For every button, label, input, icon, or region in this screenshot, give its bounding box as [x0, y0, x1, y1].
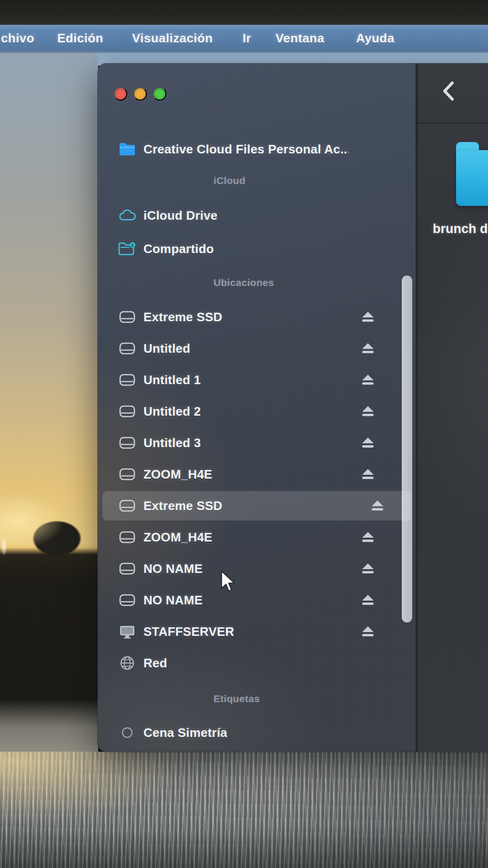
finder-window: Creative Cloud Files Personal Ac...iClou… [98, 63, 488, 752]
sidebar-item-label: Extreme SSD [143, 499, 223, 513]
sidebar-item[interactable]: Untitled 2 [98, 397, 412, 426]
sidebar-item[interactable]: Red [98, 648, 412, 678]
eject-button[interactable] [367, 496, 388, 515]
close-button[interactable] [114, 87, 127, 101]
zoom-button[interactable] [153, 87, 166, 101]
eject-button[interactable] [357, 465, 378, 484]
menu-item-edicion[interactable]: Edición [57, 25, 103, 51]
sidebar-item[interactable]: Untitled [98, 334, 412, 363]
eject-button[interactable] [357, 433, 378, 452]
sidebar-item[interactable]: ZOOM_H4E [98, 460, 412, 489]
sidebar-item[interactable]: Cena Simetría [98, 718, 412, 747]
sidebar-item-label: Creative Cloud Files Personal Ac... [143, 142, 348, 157]
photo-top-strip [0, 0, 488, 25]
sidebar-item-label: Untitled 1 [143, 373, 201, 388]
sidebar-item-label: Untitled 2 [143, 404, 201, 419]
sidebar-item[interactable]: Compartido [98, 234, 412, 264]
folder-item-label: brunch d [433, 222, 488, 236]
display-icon [116, 622, 139, 641]
eject-button[interactable] [357, 528, 378, 547]
sidebar-item-label: ZOOM_H4E [143, 467, 213, 482]
external-drive-icon [116, 402, 139, 421]
blue-folder-icon [116, 140, 139, 159]
sidebar-item[interactable]: Creative Cloud Files Personal Ac... [98, 134, 412, 164]
wallpaper-water [0, 752, 488, 868]
sidebar-item-label: iCloud Drive [143, 208, 218, 223]
globe-icon [116, 654, 139, 673]
shared-folder-icon [116, 239, 139, 258]
menu-item-ventana[interactable]: Ventana [275, 25, 325, 51]
sidebar-item-label: Extreme SSD [143, 310, 223, 325]
sidebar-item-label: Untitled 3 [143, 436, 201, 450]
sidebar-item[interactable]: Extreme SSD [98, 302, 412, 332]
sidebar-item[interactable]: iCloud Drive [98, 201, 412, 230]
sidebar-item[interactable]: Untitled 3 [98, 428, 412, 458]
sidebar-item-label: ZOOM_H4E [143, 530, 213, 545]
sidebar-item-label: Red [143, 656, 167, 671]
menu-item-ir[interactable]: Ir [243, 25, 251, 51]
external-drive-icon [116, 370, 139, 389]
external-drive-icon [116, 559, 139, 578]
eject-button[interactable] [357, 591, 378, 610]
mouse-cursor [220, 570, 236, 596]
screen-photo: chivo Edición Visualización Ir Ventana A… [0, 0, 488, 868]
sidebar-item-label: STAFFSERVER [143, 624, 234, 639]
chevron-left-icon [439, 79, 459, 103]
sidebar-section-header: iCloud [214, 175, 245, 186]
folder-item-brunch[interactable] [456, 142, 488, 206]
sidebar-item-label: Cena Simetría [143, 725, 227, 740]
external-drive-icon [116, 307, 139, 327]
eject-button[interactable] [357, 402, 378, 421]
external-drive-icon [116, 433, 139, 452]
external-drive-icon [116, 591, 139, 610]
finder-sidebar: Creative Cloud Files Personal Ac...iClou… [98, 63, 416, 752]
minimize-button[interactable] [133, 87, 147, 101]
sidebar-section-header: Etiquetas [214, 693, 260, 705]
folder-icon [456, 150, 488, 206]
external-drive-icon [116, 496, 139, 515]
eject-button[interactable] [357, 559, 378, 578]
external-drive-icon [116, 465, 139, 484]
sidebar-item[interactable]: NO NAME [98, 554, 412, 583]
toolbar-separator [418, 123, 488, 123]
sidebar-item[interactable]: STAFFSERVER [98, 617, 412, 646]
sidebar-item[interactable]: Untitled 1 [98, 365, 412, 395]
eject-button[interactable] [357, 307, 378, 327]
sidebar-item-label: Compartido [143, 242, 214, 256]
sidebar-item[interactable]: NO NAME [98, 585, 412, 615]
sidebar-item-label: NO NAME [143, 593, 203, 608]
eject-button[interactable] [357, 370, 378, 389]
arrow-cursor-icon [220, 570, 236, 594]
tag-circle-icon [116, 723, 139, 742]
sidebar-item-label: Untitled [143, 341, 190, 356]
menu-item-visualizacion[interactable]: Visualización [132, 25, 213, 51]
menu-item-ayuda[interactable]: Ayuda [356, 25, 395, 51]
external-drive-icon [116, 528, 139, 547]
wallpaper-sunset [0, 51, 98, 752]
menu-bar: chivo Edición Visualización Ir Ventana A… [0, 25, 488, 51]
sidebar-item[interactable]: ZOOM_H4E [98, 522, 412, 552]
external-drive-icon [116, 339, 139, 358]
eject-button[interactable] [357, 339, 378, 358]
sidebar-section-header: Ubicaciones [214, 277, 274, 288]
cloud-icon [116, 206, 139, 225]
back-button[interactable] [439, 79, 459, 103]
eject-button[interactable] [357, 622, 378, 641]
sidebar-item-label: NO NAME [143, 562, 203, 576]
sidebar-item-selected[interactable]: Extreme SSD [102, 491, 411, 521]
menu-item-archivo[interactable]: chivo [1, 25, 34, 51]
photo-dust-specks [418, 63, 419, 64]
